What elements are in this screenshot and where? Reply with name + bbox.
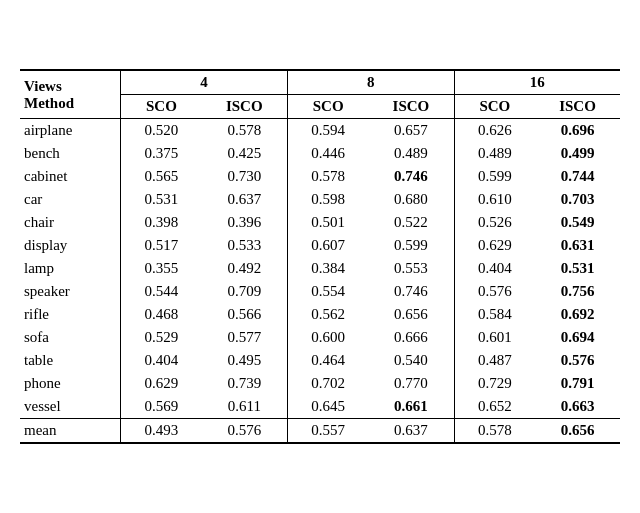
row-label-display: display	[20, 234, 121, 257]
mean-cell-4: 0.578	[454, 419, 535, 444]
cell-display-1: 0.533	[202, 234, 288, 257]
table-row: vessel0.5690.6110.6450.6610.6520.663	[20, 395, 620, 419]
mean-cell-1: 0.576	[202, 419, 288, 444]
cell-cabinet-4: 0.599	[454, 165, 535, 188]
group-header-8: 8	[287, 70, 454, 95]
group-header-16: 16	[454, 70, 620, 95]
cell-bench-3: 0.489	[368, 142, 454, 165]
cell-cabinet-3: 0.746	[368, 165, 454, 188]
table-row: airplane0.5200.5780.5940.6570.6260.696	[20, 119, 620, 143]
cell-rifle-1: 0.566	[202, 303, 288, 326]
cell-chair-5: 0.549	[535, 211, 620, 234]
cell-sofa-3: 0.666	[368, 326, 454, 349]
mean-row: mean0.4930.5760.5570.6370.5780.656	[20, 419, 620, 444]
cell-speaker-0: 0.544	[121, 280, 202, 303]
cell-vessel-1: 0.611	[202, 395, 288, 419]
cell-display-5: 0.631	[535, 234, 620, 257]
cell-cabinet-1: 0.730	[202, 165, 288, 188]
table-row: phone0.6290.7390.7020.7700.7290.791	[20, 372, 620, 395]
cell-car-3: 0.680	[368, 188, 454, 211]
cell-cabinet-5: 0.744	[535, 165, 620, 188]
cell-cabinet-0: 0.565	[121, 165, 202, 188]
cell-car-0: 0.531	[121, 188, 202, 211]
table-row: sofa0.5290.5770.6000.6660.6010.694	[20, 326, 620, 349]
row-label-table: table	[20, 349, 121, 372]
cell-bench-5: 0.499	[535, 142, 620, 165]
cell-rifle-5: 0.692	[535, 303, 620, 326]
row-label-vessel: vessel	[20, 395, 121, 419]
cell-chair-3: 0.522	[368, 211, 454, 234]
cell-rifle-2: 0.562	[287, 303, 368, 326]
table-row: cabinet0.5650.7300.5780.7460.5990.744	[20, 165, 620, 188]
cell-rifle-4: 0.584	[454, 303, 535, 326]
cell-table-0: 0.404	[121, 349, 202, 372]
cell-airplane-4: 0.626	[454, 119, 535, 143]
sub-col-sco-16: SCO	[454, 95, 535, 119]
cell-vessel-5: 0.663	[535, 395, 620, 419]
mean-cell-2: 0.557	[287, 419, 368, 444]
row-label-car: car	[20, 188, 121, 211]
cell-car-2: 0.598	[287, 188, 368, 211]
cell-airplane-0: 0.520	[121, 119, 202, 143]
cell-display-2: 0.607	[287, 234, 368, 257]
cell-chair-1: 0.396	[202, 211, 288, 234]
cell-sofa-0: 0.529	[121, 326, 202, 349]
cell-phone-1: 0.739	[202, 372, 288, 395]
cell-table-4: 0.487	[454, 349, 535, 372]
sub-col-isco-4: ISCO	[202, 95, 288, 119]
cell-lamp-5: 0.531	[535, 257, 620, 280]
cell-display-4: 0.629	[454, 234, 535, 257]
cell-airplane-1: 0.578	[202, 119, 288, 143]
cell-phone-0: 0.629	[121, 372, 202, 395]
cell-vessel-0: 0.569	[121, 395, 202, 419]
table-row: car0.5310.6370.5980.6800.6100.703	[20, 188, 620, 211]
group-header-4: 4	[121, 70, 288, 95]
row-label-rifle: rifle	[20, 303, 121, 326]
cell-table-3: 0.540	[368, 349, 454, 372]
cell-sofa-1: 0.577	[202, 326, 288, 349]
cell-table-2: 0.464	[287, 349, 368, 372]
cell-car-4: 0.610	[454, 188, 535, 211]
cell-speaker-1: 0.709	[202, 280, 288, 303]
cell-lamp-3: 0.553	[368, 257, 454, 280]
row-label-sofa: sofa	[20, 326, 121, 349]
cell-bench-2: 0.446	[287, 142, 368, 165]
table-row: table0.4040.4950.4640.5400.4870.576	[20, 349, 620, 372]
mean-cell-3: 0.637	[368, 419, 454, 444]
cell-phone-4: 0.729	[454, 372, 535, 395]
cell-sofa-4: 0.601	[454, 326, 535, 349]
cell-bench-1: 0.425	[202, 142, 288, 165]
cell-speaker-5: 0.756	[535, 280, 620, 303]
cell-lamp-4: 0.404	[454, 257, 535, 280]
header-row-1: Views Method 4 8 16	[20, 70, 620, 95]
row-label-airplane: airplane	[20, 119, 121, 143]
cell-speaker-3: 0.746	[368, 280, 454, 303]
cell-vessel-3: 0.661	[368, 395, 454, 419]
cell-airplane-3: 0.657	[368, 119, 454, 143]
table-row: lamp0.3550.4920.3840.5530.4040.531	[20, 257, 620, 280]
cell-table-1: 0.495	[202, 349, 288, 372]
cell-airplane-5: 0.696	[535, 119, 620, 143]
mean-cell-5: 0.656	[535, 419, 620, 444]
cell-lamp-1: 0.492	[202, 257, 288, 280]
cell-speaker-2: 0.554	[287, 280, 368, 303]
results-table: Views Method 4 8 16 SCO ISCO SCO ISCO SC…	[20, 69, 620, 444]
cell-vessel-4: 0.652	[454, 395, 535, 419]
table-row: rifle0.4680.5660.5620.6560.5840.692	[20, 303, 620, 326]
mean-row-label: mean	[20, 419, 121, 444]
sub-col-isco-8: ISCO	[368, 95, 454, 119]
cell-speaker-4: 0.576	[454, 280, 535, 303]
row-label-lamp: lamp	[20, 257, 121, 280]
table-row: bench0.3750.4250.4460.4890.4890.499	[20, 142, 620, 165]
table-row: chair0.3980.3960.5010.5220.5260.549	[20, 211, 620, 234]
table-row: display0.5170.5330.6070.5990.6290.631	[20, 234, 620, 257]
cell-car-1: 0.637	[202, 188, 288, 211]
cell-table-5: 0.576	[535, 349, 620, 372]
cell-rifle-0: 0.468	[121, 303, 202, 326]
mean-cell-0: 0.493	[121, 419, 202, 444]
cell-display-0: 0.517	[121, 234, 202, 257]
cell-sofa-2: 0.600	[287, 326, 368, 349]
cell-phone-3: 0.770	[368, 372, 454, 395]
row-label-chair: chair	[20, 211, 121, 234]
table-row: speaker0.5440.7090.5540.7460.5760.756	[20, 280, 620, 303]
